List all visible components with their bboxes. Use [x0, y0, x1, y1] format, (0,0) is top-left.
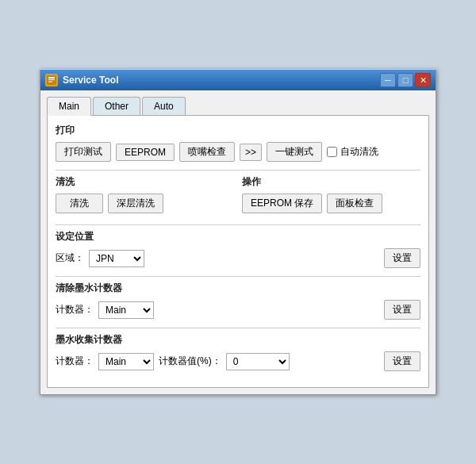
auto-clean-check-row: 自动清洗 [327, 145, 378, 159]
set-location-section: 设定位置 区域： JPN USA EUR 设置 [56, 230, 420, 268]
collect-counter-value-group: 计数器值(%)： 0 10 20 50 100 [159, 353, 290, 370]
set-location-title: 设定位置 [56, 230, 420, 244]
minimize-button[interactable]: ─ [380, 73, 396, 87]
deep-clean-button[interactable]: 深层清洗 [108, 194, 163, 213]
counter-value-label: 计数器值(%)： [159, 355, 221, 368]
operation-section: 操作 EEPROM 保存 面板检查 [242, 175, 420, 217]
clean-row: 清洗 深层清洗 [56, 194, 234, 213]
clear-water-section: 清除墨水计数器 计数器： Main Sub 设置 [56, 282, 420, 320]
counter-value-select[interactable]: 0 10 20 50 100 [226, 353, 290, 370]
clean-button[interactable]: 清洗 [56, 194, 103, 213]
collect-water-title: 墨水收集计数器 [56, 333, 420, 347]
print-title: 打印 [56, 124, 420, 137]
close-button[interactable]: ✕ [415, 73, 431, 87]
clear-water-field-group: 计数器： Main Sub [56, 301, 154, 319]
tab-auto[interactable]: Auto [142, 97, 186, 115]
location-set-button[interactable]: 设置 [384, 248, 420, 268]
print-test-button[interactable]: 打印测试 [56, 142, 111, 162]
print-section: 打印 打印测试 EEPROM 喷嘴检查 >> 一键测式 自动清洗 [56, 124, 420, 162]
eeprom-button[interactable]: EEPROM [116, 144, 175, 161]
set-location-row: 区域： JPN USA EUR 设置 [56, 248, 420, 268]
location-select[interactable]: JPN USA EUR [89, 250, 144, 267]
operation-row: EEPROM 保存 面板检查 [242, 194, 420, 213]
clean-section: 清洗 清洗 深层清洗 [56, 175, 234, 217]
tab-bar: Main Other Auto [47, 97, 429, 116]
one-click-button[interactable]: 一键测式 [267, 142, 322, 162]
panel-check-button[interactable]: 面板检查 [327, 194, 382, 213]
svg-rect-3 [48, 82, 52, 82]
svg-rect-1 [48, 77, 55, 79]
collect-water-section: 墨水收集计数器 计数器： Main Sub 计数器值(%)： 0 10 [56, 333, 420, 371]
divider-2 [56, 224, 420, 225]
divider-4 [56, 328, 420, 328]
clear-water-label: 计数器： [56, 303, 94, 316]
title-bar: Service Tool ─ □ ✕ [40, 70, 436, 90]
clear-water-title: 清除墨水计数器 [56, 282, 420, 295]
collect-water-row: 计数器： Main Sub 计数器值(%)： 0 10 20 50 [56, 351, 420, 371]
main-panel: 打印 打印测试 EEPROM 喷嘴检查 >> 一键测式 自动清洗 清洗 [47, 116, 429, 388]
collect-water-label: 计数器： [56, 355, 94, 368]
tab-main[interactable]: Main [47, 97, 91, 116]
collect-water-select[interactable]: Main Sub [98, 353, 154, 370]
clean-title: 清洗 [56, 175, 234, 189]
collect-water-set-button[interactable]: 设置 [384, 351, 420, 371]
eeprom-save-button[interactable]: EEPROM 保存 [242, 194, 322, 213]
nozzle-check-button[interactable]: 喷嘴检查 [179, 142, 235, 162]
divider-1 [56, 170, 420, 171]
restore-button[interactable]: □ [397, 73, 413, 87]
collect-water-counter-group: 计数器： Main Sub [56, 353, 154, 370]
location-label: 区域： [56, 251, 84, 265]
window-title: Service Tool [63, 75, 118, 86]
operation-title: 操作 [242, 175, 420, 189]
auto-clean-label: 自动清洗 [340, 145, 378, 159]
arrow-button[interactable]: >> [240, 144, 262, 161]
location-field-group: 区域： JPN USA EUR [56, 250, 144, 267]
window-content: Main Other Auto 打印 打印测试 EEPROM 喷嘴检查 >> 一… [40, 90, 436, 394]
application-window: Service Tool ─ □ ✕ Main Other Auto 打印 打印… [40, 69, 436, 395]
app-icon [45, 74, 58, 86]
clear-water-set-button[interactable]: 设置 [384, 300, 420, 320]
clean-operation-sections: 清洗 清洗 深层清洗 操作 EEPROM 保存 面板检查 [56, 175, 420, 217]
clear-water-select[interactable]: Main Sub [98, 301, 154, 319]
svg-rect-2 [48, 79, 55, 80]
print-row: 打印测试 EEPROM 喷嘴检查 >> 一键测式 自动清洗 [56, 142, 420, 162]
clear-water-row: 计数器： Main Sub 设置 [56, 300, 420, 320]
divider-3 [56, 276, 420, 277]
tab-other[interactable]: Other [93, 97, 140, 115]
auto-clean-checkbox[interactable] [327, 147, 337, 157]
